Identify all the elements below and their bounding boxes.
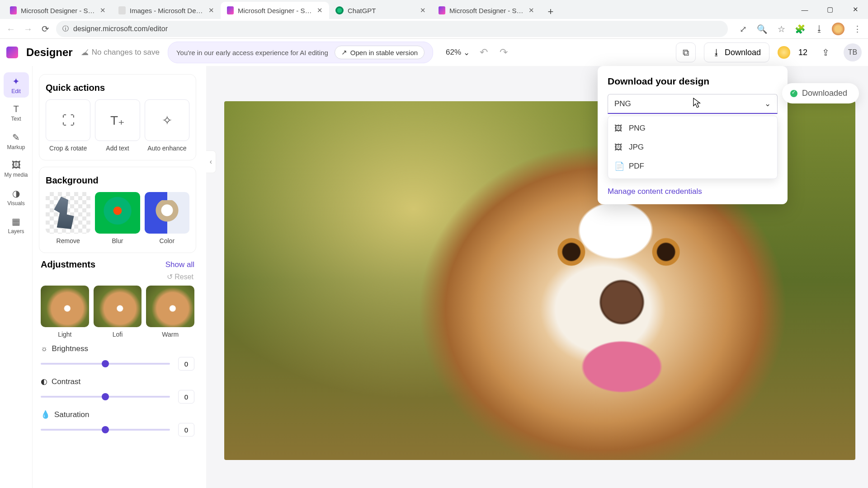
browser-tab[interactable]: Microsoft Designer - Stunning ✕ (4, 2, 112, 19)
forward-button[interactable]: → (22, 23, 34, 35)
downloads-icon[interactable]: ⭳ (813, 23, 826, 35)
left-rail: ✦ EditT Text✎ Markup🖼 My media◑ Visuals▦… (0, 66, 33, 488)
background-option-remove[interactable]: Remove (46, 192, 90, 244)
contrast-icon: ◐ (41, 377, 47, 386)
maximize-button[interactable]: ▢ (817, 0, 843, 19)
redo-button[interactable]: ↷ (498, 47, 509, 58)
quick-action-label: Add text (106, 145, 129, 152)
zoom-dropdown[interactable]: 62% ⌄ (446, 48, 470, 57)
format-option-pdf[interactable]: 📄 PDF (608, 157, 777, 176)
extensions-icon[interactable]: 🧩 (794, 23, 807, 35)
minimize-button[interactable]: — (792, 0, 817, 19)
preset-light[interactable]: Light (41, 286, 89, 338)
kebab-menu-icon[interactable]: ⋮ (851, 23, 863, 35)
new-tab-button[interactable]: + (543, 5, 558, 19)
show-all-link[interactable]: Show all (165, 260, 194, 269)
cloud-off-icon: ☁̸ (81, 48, 89, 57)
collapse-panel-button[interactable]: ‹ (206, 150, 216, 173)
preset-warm[interactable]: Warm (146, 286, 194, 338)
external-link-icon: ↗ (341, 48, 347, 56)
tab-title: ChatGPT (348, 7, 376, 14)
close-tab-button[interactable]: ✕ (317, 6, 323, 14)
slider-brightness: ☼ Brightness 0 (41, 344, 194, 371)
copy-button[interactable]: ⧉ (676, 42, 696, 62)
reset-button[interactable]: ↺ Reset (39, 272, 193, 281)
install-app-icon[interactable]: ⤢ (737, 23, 750, 35)
quick-action-crop-rotate[interactable]: ⛶ Crop & rotate (46, 99, 90, 152)
quick-action-auto-enhance[interactable]: ✧ Auto enhance (145, 99, 189, 152)
download-button[interactable]: ⭳ Download (704, 42, 769, 62)
rail-item-edit[interactable]: ✦ Edit (4, 72, 29, 98)
chevron-down-icon: ⌄ (764, 99, 771, 108)
slider-knob[interactable] (102, 393, 109, 400)
rail-item-markup[interactable]: ✎ Markup (4, 128, 29, 154)
slider-value[interactable]: 0 (178, 423, 194, 436)
slider-knob[interactable] (102, 360, 109, 367)
preset-thumb (41, 286, 89, 327)
format-select[interactable]: PNG ⌄ (608, 94, 778, 114)
site-info-icon[interactable]: ⓘ (62, 25, 69, 33)
slider-value[interactable]: 0 (178, 357, 194, 371)
open-stable-button[interactable]: ↗ Open in stable version (335, 46, 425, 59)
slider-knob[interactable] (102, 426, 109, 433)
credits-count: 12 (798, 48, 807, 57)
format-option-label: JPG (629, 143, 644, 152)
rail-item-visuals[interactable]: ◑ Visuals (4, 184, 29, 210)
edit-icon: ✦ (12, 76, 20, 87)
quick-actions-title: Quick actions (46, 83, 189, 93)
bookmark-icon[interactable]: ☆ (775, 23, 788, 35)
rail-item-text[interactable]: T Text (4, 100, 29, 126)
content-credentials-link[interactable]: Manage content credentials (608, 187, 702, 196)
browser-tab[interactable]: ChatGPT ✕ (329, 2, 432, 19)
rail-item-label: Layers (8, 228, 24, 235)
user-avatar[interactable]: TB (844, 43, 862, 61)
rail-item-label: Edit (11, 88, 21, 94)
zoom-icon[interactable]: 🔍 (756, 23, 769, 35)
success-check-icon (790, 90, 797, 97)
back-button[interactable]: ← (5, 23, 17, 35)
markup-icon: ✎ (12, 132, 20, 143)
slider-track[interactable] (41, 396, 170, 398)
format-option-png[interactable]: 🖼 PNG (608, 119, 777, 138)
rail-item-layers[interactable]: ▦ Layers (4, 212, 29, 238)
slider-value[interactable]: 0 (178, 390, 194, 404)
address-bar[interactable]: ⓘ designer.microsoft.com/editor (56, 21, 728, 37)
close-window-button[interactable]: ✕ (843, 0, 868, 19)
toast-text: Downloaded (802, 89, 847, 98)
tab-title: Images - Microsoft Designer (130, 7, 204, 14)
background-option-color[interactable]: Color (145, 192, 189, 244)
quick-action-add-text[interactable]: T₊ Add text (95, 99, 140, 152)
browser-tab[interactable]: Microsoft Designer - Stunning ✕ (432, 2, 541, 19)
rail-item-label: Visuals (7, 200, 24, 206)
undo-button[interactable]: ↶ (478, 47, 490, 58)
format-option-label: PNG (629, 124, 646, 133)
format-option-jpg[interactable]: 🖼 JPG (608, 138, 777, 157)
reload-button[interactable]: ⟳ (39, 23, 52, 35)
mymedia-icon: 🖼 (12, 160, 21, 170)
background-option-blur[interactable]: Blur (95, 192, 140, 244)
favicon-icon (10, 6, 17, 14)
share-icon: ⇪ (822, 47, 830, 58)
close-tab-button[interactable]: ✕ (100, 6, 106, 14)
profile-avatar[interactable] (832, 23, 844, 35)
close-tab-button[interactable]: ✕ (420, 6, 426, 14)
brightness-icon: ☼ (41, 344, 48, 353)
quick-action-icon: ✧ (145, 99, 189, 141)
toolbar-row: ← → ⟳ ⓘ designer.microsoft.com/editor ⤢ … (0, 19, 868, 39)
favicon-icon (335, 6, 344, 14)
slider-track[interactable] (41, 363, 170, 365)
url-text: designer.microsoft.com/editor (73, 25, 168, 33)
share-button[interactable]: ⇪ (816, 42, 835, 62)
slider-track[interactable] (41, 429, 170, 431)
tab-title: Microsoft Designer - Stunning (238, 7, 313, 14)
format-option-label: PDF (629, 162, 644, 171)
browser-tab[interactable]: Images - Microsoft Designer ✕ (112, 2, 221, 19)
close-tab-button[interactable]: ✕ (208, 6, 214, 14)
save-status: ☁̸ No changes to save (81, 48, 160, 57)
browser-tab[interactable]: Microsoft Designer - Stunning ✕ (221, 2, 329, 19)
preset-lofi[interactable]: Lofi (94, 286, 142, 338)
close-tab-button[interactable]: ✕ (528, 6, 534, 14)
slider-contrast: ◐ Contrast 0 (41, 377, 194, 404)
rail-item-mymedia[interactable]: 🖼 My media (4, 156, 29, 182)
download-popover-title: Download your design (608, 76, 778, 87)
